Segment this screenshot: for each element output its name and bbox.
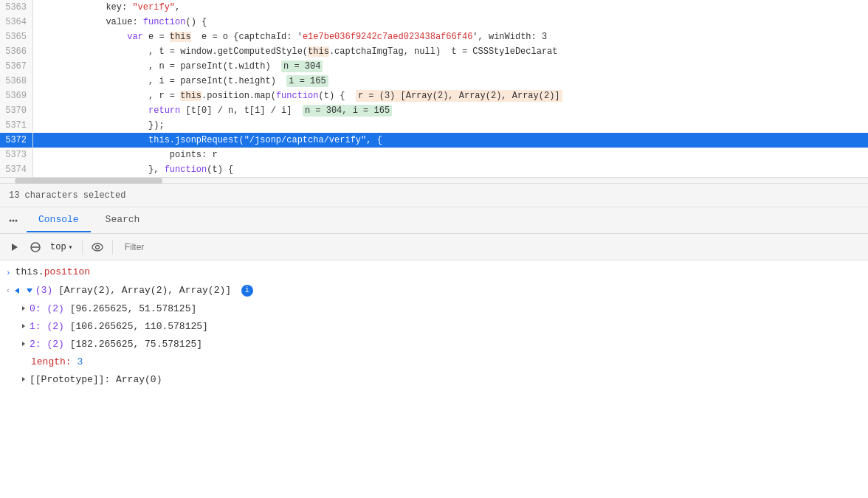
code-line-5374: 5374 }, function(t) { <box>0 162 868 177</box>
svg-point-0 <box>10 219 12 221</box>
svg-marker-11 <box>22 377 25 381</box>
item-size-1: (2) [106.265625, 110.578125] <box>41 319 208 334</box>
code-content: }, function(t) { <box>33 162 868 177</box>
line-number: 5363 <box>0 0 33 15</box>
svg-marker-10 <box>22 342 25 346</box>
prototype-line: [[Prototype]]: Array(0) <box>0 371 868 389</box>
prototype-label: [[Prototype]]: <box>30 373 110 387</box>
console-output: › this.position ‹ (3) [Array(2), Array(2… <box>0 260 868 392</box>
svg-point-7 <box>95 245 99 249</box>
svg-marker-9 <box>22 324 25 328</box>
code-line-5372: 5372 this.jsonpRequest("/jsonp/captcha/v… <box>0 133 868 148</box>
toolbar-divider <box>82 240 83 255</box>
code-line-5370: 5370 return [t[0] / n, t[1] / i] n = 304… <box>0 103 868 118</box>
expand-arrow-icon-proto[interactable] <box>21 373 27 387</box>
tab-console[interactable]: Console <box>27 208 91 232</box>
status-bar: 13 characters selected <box>0 184 868 207</box>
svg-point-6 <box>92 243 103 251</box>
code-line-5367: 5367 , n = parseInt(t.width) n = 304 <box>0 59 868 74</box>
dots-icon <box>8 215 18 226</box>
array-expand-icon[interactable] <box>15 283 32 298</box>
code-content: key: "verify", <box>33 0 868 15</box>
scroll-thumb[interactable] <box>15 178 162 184</box>
item-size-2: (2) [182.265625, 75.578125] <box>41 337 202 352</box>
code-line-5365: 5365 var e = this e = o {captchaId: 'e1e… <box>0 30 868 44</box>
code-content: , n = parseInt(t.width) n = 304 <box>33 59 868 74</box>
tabs-bar: Console Search <box>0 207 868 234</box>
line-number: 5372 <box>0 133 33 148</box>
dropdown-arrow-icon: ▾ <box>69 243 73 252</box>
code-content: return [t[0] / n, t[1] / i] n = 304, i =… <box>33 103 868 118</box>
length-label: length: <box>31 355 72 370</box>
tab-menu-icon[interactable] <box>6 213 21 228</box>
length-line: length: 3 <box>0 353 868 371</box>
expand-arrow-icon-1[interactable] <box>21 319 27 334</box>
clear-icon <box>30 241 41 253</box>
execute-button[interactable] <box>6 238 24 256</box>
selection-status: 13 characters selected <box>9 190 125 201</box>
filter-input[interactable] <box>119 239 862 255</box>
code-line-5363: 5363 key: "verify", <box>0 0 868 15</box>
line-number: 5365 <box>0 30 33 44</box>
svg-marker-3 <box>12 243 18 251</box>
line-number: 5364 <box>0 15 33 30</box>
code-line-5366: 5366 , t = window.getComputedStyle(this.… <box>0 44 868 59</box>
svg-marker-8 <box>22 306 25 311</box>
line-number: 5366 <box>0 44 33 59</box>
index-label-0: 0: <box>30 302 41 317</box>
console-input-text: this.position <box>16 265 90 280</box>
prototype-value: Array(0) <box>110 373 162 387</box>
console-toolbar: top ▾ <box>0 234 868 260</box>
index-label-1: 1: <box>30 319 41 334</box>
code-content: points: r <box>33 148 868 162</box>
code-content: var e = this e = o {captchaId: 'e1e7be03… <box>33 30 868 44</box>
line-number: 5368 <box>0 74 33 89</box>
console-input-line: › this.position <box>0 263 868 282</box>
svg-point-1 <box>13 219 15 221</box>
code-line-5369: 5369 , r = this.position.map(function(t)… <box>0 89 868 103</box>
code-content: value: function() { <box>33 15 868 30</box>
tab-search[interactable]: Search <box>94 208 152 232</box>
line-number: 5374 <box>0 162 33 177</box>
code-line-5373: 5373 points: r <box>0 148 868 162</box>
input-arrow-icon: › <box>6 265 11 280</box>
eye-icon <box>92 243 103 252</box>
array-item-0: 0: (2) [96.265625, 51.578125] <box>0 300 868 318</box>
horizontal-scrollbar[interactable] <box>0 178 868 184</box>
console-result-line: ‹ (3) [Array(2), Array(2), Array(2)] i <box>0 282 868 300</box>
context-selector[interactable]: top ▾ <box>47 241 76 254</box>
code-content: }); <box>33 118 868 133</box>
line-number: 5370 <box>0 103 33 118</box>
execute-icon <box>10 242 20 252</box>
toolbar-divider2 <box>112 240 113 255</box>
array-item-1: 1: (2) [106.265625, 110.578125] <box>0 318 868 336</box>
line-number: 5369 <box>0 89 33 103</box>
code-line-5364: 5364 value: function() { <box>0 15 868 30</box>
code-line-5371: 5371 }); <box>0 118 868 133</box>
expand-arrow-icon-0[interactable] <box>21 302 27 317</box>
line-number: 5373 <box>0 148 33 162</box>
length-value: 3 <box>72 355 83 370</box>
code-editor: 5363 key: "verify", 5364 value: function… <box>0 0 868 178</box>
index-label-2: 2: <box>30 337 41 352</box>
context-label: top <box>50 242 66 252</box>
line-number: 5371 <box>0 118 33 133</box>
clear-button[interactable] <box>27 238 44 256</box>
expand-arrow-icon-2[interactable] <box>21 337 27 352</box>
code-content: this.jsonpRequest("/jsonp/captcha/verify… <box>33 133 868 148</box>
array-preview: (3) [Array(2), Array(2), Array(2)] i <box>35 283 253 298</box>
svg-point-2 <box>16 219 18 221</box>
code-content: , r = this.position.map(function(t) { r … <box>33 89 868 103</box>
item-size-0: (2) [96.265625, 51.578125] <box>41 302 197 317</box>
code-content: , i = parseInt(t.height) i = 165 <box>33 74 868 89</box>
info-badge[interactable]: i <box>241 285 253 297</box>
line-number: 5367 <box>0 59 33 74</box>
code-content: , t = window.getComputedStyle(this.captc… <box>33 44 868 59</box>
output-arrow-icon: ‹ <box>6 283 10 299</box>
code-line-5368: 5368 , i = parseInt(t.height) i = 165 <box>0 74 868 89</box>
array-item-2: 2: (2) [182.265625, 75.578125] <box>0 336 868 353</box>
eye-button[interactable] <box>89 238 106 256</box>
